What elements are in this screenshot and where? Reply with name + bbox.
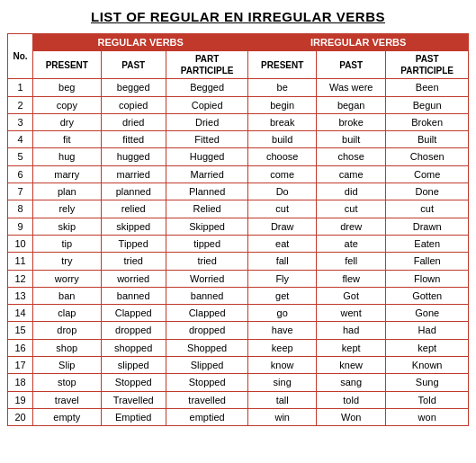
table-cell: fit: [33, 131, 102, 148]
table-cell: built: [317, 131, 386, 148]
table-cell: be: [248, 79, 317, 96]
table-cell: eat: [248, 235, 317, 252]
table-cell: Known: [386, 357, 469, 374]
table-cell: clap: [33, 305, 102, 322]
table-cell: choose: [248, 148, 317, 165]
table-row: 20emptyEmptiedemptiedwinWonwon: [8, 408, 469, 425]
table-cell: try: [33, 253, 102, 270]
table-cell: break: [248, 113, 317, 130]
table-cell: Fly: [248, 270, 317, 287]
table-cell: Hugged: [166, 148, 248, 165]
table-cell: banned: [166, 287, 248, 304]
table-cell: 18: [8, 374, 33, 391]
table-cell: Stopped: [166, 374, 248, 391]
table-cell: 14: [8, 305, 33, 322]
reg-past-header: PAST: [101, 51, 166, 79]
table-cell: 20: [8, 408, 33, 425]
table-cell: copy: [33, 96, 102, 113]
table-row: 16shopshoppedShoppedkeepkeptkept: [8, 339, 469, 356]
table-cell: fell: [317, 253, 386, 270]
table-cell: Flown: [386, 270, 469, 287]
table-row: 7planplannedPlannedDodidDone: [8, 183, 469, 200]
table-cell: Tipped: [101, 235, 166, 252]
table-cell: Built: [386, 131, 469, 148]
table-row: 14clapClappedClappedgowentGone: [8, 305, 469, 322]
table-cell: knew: [317, 357, 386, 374]
table-cell: told: [317, 391, 386, 408]
table-row: 11trytriedtriedfallfellFallen: [8, 253, 469, 270]
table-cell: 4: [8, 131, 33, 148]
table-cell: 8: [8, 200, 33, 218]
table-cell: go: [248, 305, 317, 322]
table-cell: travelled: [166, 391, 248, 408]
table-cell: dried: [101, 113, 166, 130]
table-cell: 11: [8, 253, 33, 270]
table-cell: Was were: [317, 79, 386, 96]
table-cell: marry: [33, 165, 102, 183]
table-cell: won: [386, 408, 469, 425]
table-cell: 15: [8, 322, 33, 339]
table-cell: 13: [8, 287, 33, 304]
table-cell: keep: [248, 339, 317, 356]
table-cell: cut: [248, 200, 317, 218]
table-row: 13banbannedbannedgetGotGotten: [8, 287, 469, 304]
irr-past-header: PAST: [317, 51, 386, 79]
table-cell: Dried: [166, 113, 248, 130]
table-cell: tipped: [166, 235, 248, 252]
table-cell: dropped: [101, 322, 166, 339]
table-cell: Married: [166, 165, 248, 183]
table-cell: Sung: [386, 374, 469, 391]
table-cell: copied: [101, 96, 166, 113]
table-row: 6marrymarriedMarriedcomecameCome: [8, 165, 469, 183]
table-row: 4fitfittedFittedbuildbuiltBuilt: [8, 131, 469, 148]
table-row: 12worryworriedWorriedFlyflewFlown: [8, 270, 469, 287]
table-cell: dropped: [166, 322, 248, 339]
table-cell: Fallen: [386, 253, 469, 270]
table-cell: relied: [101, 200, 166, 218]
table-cell: flew: [317, 270, 386, 287]
table-cell: planned: [101, 183, 166, 200]
table-cell: sing: [248, 374, 317, 391]
table-cell: 19: [8, 391, 33, 408]
table-cell: tried: [101, 253, 166, 270]
table-cell: Got: [317, 287, 386, 304]
table-cell: drew: [317, 218, 386, 235]
table-cell: Chosen: [386, 148, 469, 165]
table-cell: kept: [317, 339, 386, 356]
table-cell: worry: [33, 270, 102, 287]
table-cell: skip: [33, 218, 102, 235]
table-cell: Slip: [33, 357, 102, 374]
table-cell: have: [248, 322, 317, 339]
table-cell: cut: [386, 200, 469, 218]
table-cell: Had: [386, 322, 469, 339]
table-cell: build: [248, 131, 317, 148]
table-cell: rely: [33, 200, 102, 218]
table-cell: Relied: [166, 200, 248, 218]
table-cell: Begun: [386, 96, 469, 113]
table-cell: begin: [248, 96, 317, 113]
table-row: 15dropdroppeddroppedhavehadHad: [8, 322, 469, 339]
table-cell: Planned: [166, 183, 248, 200]
table-cell: Begged: [166, 79, 248, 96]
table-cell: 1: [8, 79, 33, 96]
regular-verbs-header: REGULAR VERBS: [33, 34, 248, 51]
table-cell: had: [317, 322, 386, 339]
table-cell: 7: [8, 183, 33, 200]
table-cell: win: [248, 408, 317, 425]
table-cell: sang: [317, 374, 386, 391]
table-cell: stop: [33, 374, 102, 391]
table-cell: 5: [8, 148, 33, 165]
reg-part-header: PARTPARTICIPLE: [166, 51, 248, 79]
table-cell: Slipped: [166, 357, 248, 374]
table-cell: come: [248, 165, 317, 183]
table-cell: dry: [33, 113, 102, 130]
table-cell: tip: [33, 235, 102, 252]
page-title: LIST OF REGULAR EN IRREGULAR VERBS: [91, 9, 385, 24]
table-cell: Been: [386, 79, 469, 96]
table-cell: plan: [33, 183, 102, 200]
table-row: 1begbeggedBeggedbeWas wereBeen: [8, 79, 469, 96]
table-cell: emptied: [166, 408, 248, 425]
table-cell: banned: [101, 287, 166, 304]
table-row: 18stopStoppedStoppedsingsangSung: [8, 374, 469, 391]
table-cell: Travelled: [101, 391, 166, 408]
